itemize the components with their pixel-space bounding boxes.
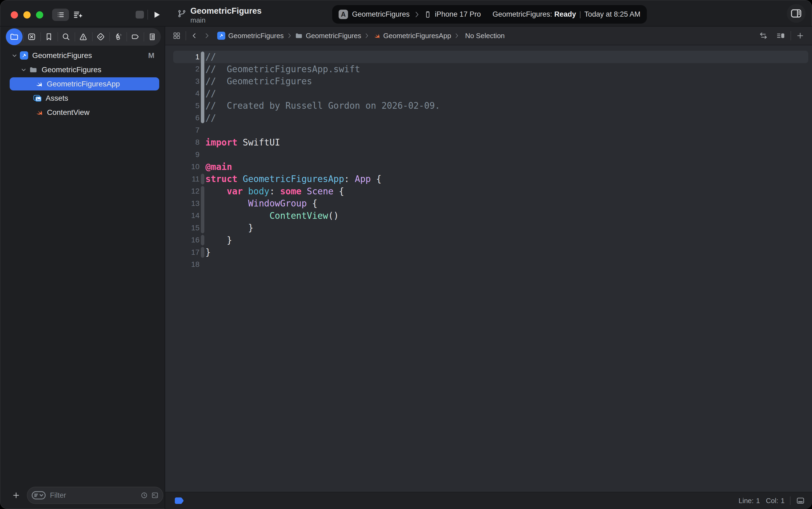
code-text[interactable]: // GeometricFiguresApp.swift — [205, 64, 360, 74]
breadcrumb-file[interactable]: GeometricFiguresApp — [383, 32, 451, 40]
activity-status-pill[interactable]: A GeometricFigures iPhone 17 Pro Geometr… — [332, 5, 647, 24]
toggle-inspector-button[interactable] — [787, 4, 806, 23]
fold-ribbon[interactable] — [200, 75, 205, 88]
line-number[interactable]: 2 — [173, 65, 200, 73]
code-line[interactable]: 10@main — [173, 161, 808, 173]
filter-input[interactable] — [49, 491, 140, 500]
code-editor[interactable]: 1//2// GeometricFiguresApp.swift3// Geom… — [165, 45, 812, 492]
navigator-list-button[interactable] — [52, 9, 69, 21]
code-line[interactable]: 13 WindowGroup { — [173, 197, 808, 210]
line-number[interactable]: 1 — [173, 53, 200, 61]
fold-ribbon[interactable] — [200, 185, 205, 198]
toggle-bottom-panel-icon[interactable] — [796, 496, 805, 505]
code-text[interactable]: @main — [205, 162, 232, 172]
tab-issues-navigator[interactable] — [75, 28, 92, 46]
line-number[interactable]: 7 — [173, 126, 200, 135]
chevron-down-icon[interactable] — [11, 53, 18, 59]
line-number[interactable]: 12 — [173, 187, 200, 196]
fold-ribbon[interactable] — [200, 161, 205, 173]
editor-options-button[interactable] — [776, 31, 786, 40]
add-file-button[interactable] — [12, 491, 21, 500]
code-text[interactable]: ContentView() — [205, 210, 339, 221]
tab-debug-navigator[interactable] — [109, 28, 127, 46]
line-number[interactable]: 10 — [173, 162, 200, 171]
code-text[interactable]: // — [205, 88, 216, 99]
fold-ribbon[interactable] — [200, 100, 205, 112]
code-line[interactable]: 3// GeometricFigures — [173, 75, 808, 88]
tree-row-contentview[interactable]: ContentView — [0, 105, 165, 120]
code-line[interactable]: 4// — [173, 88, 808, 100]
code-line[interactable]: 14 ContentView() — [173, 210, 808, 222]
tab-reports-navigator[interactable] — [144, 28, 161, 46]
code-text[interactable]: } — [205, 235, 232, 245]
fold-ribbon[interactable] — [200, 197, 205, 210]
tab-bookmarks-navigator[interactable] — [40, 28, 58, 46]
code-line[interactable]: 8import SwiftUI — [173, 136, 808, 149]
intelligence-button[interactable] — [71, 9, 86, 21]
code-line[interactable]: 11struct GeometricFiguresApp: App { — [173, 173, 808, 185]
code-text[interactable]: // GeometricFigures — [205, 76, 312, 87]
go-back-button[interactable] — [191, 32, 198, 40]
code-line[interactable]: 18 — [173, 259, 808, 271]
code-text[interactable]: struct GeometricFiguresApp: App { — [205, 174, 381, 184]
breakpoint-tag-blue-icon[interactable] — [174, 497, 184, 505]
breadcrumb-selection[interactable]: No Selection — [465, 32, 505, 40]
code-line[interactable]: 12 var body: some Scene { — [173, 185, 808, 198]
related-items-grid-icon[interactable] — [173, 32, 181, 40]
line-number[interactable]: 18 — [173, 260, 200, 269]
fold-ribbon[interactable] — [200, 173, 205, 185]
code-text[interactable]: // — [205, 52, 216, 62]
fold-ribbon[interactable] — [200, 148, 205, 161]
code-line[interactable]: 1// — [173, 51, 808, 63]
code-text[interactable]: WindowGroup { — [205, 198, 317, 209]
code-text[interactable]: } — [205, 223, 253, 233]
breadcrumb-group[interactable]: GeometricFigures — [306, 32, 362, 40]
code-line[interactable]: 15 } — [173, 222, 808, 234]
line-number[interactable]: 4 — [173, 89, 200, 98]
line-number[interactable]: 17 — [173, 248, 200, 257]
tree-row-assets[interactable]: Assets — [0, 91, 165, 105]
filter-field[interactable] — [27, 487, 163, 504]
code-line[interactable]: 5// Created by Russell Gordon on 2026-02… — [173, 100, 808, 112]
line-number[interactable]: 5 — [173, 101, 200, 110]
code-line[interactable]: 2// GeometricFiguresApp.swift — [173, 63, 808, 75]
tab-changes-navigator[interactable] — [23, 28, 40, 46]
line-number[interactable]: 13 — [173, 199, 200, 208]
line-number[interactable]: 6 — [173, 113, 200, 122]
fold-ribbon[interactable] — [200, 136, 205, 149]
code-text[interactable]: var body: some Scene { — [205, 186, 344, 197]
scheme-selector[interactable]: GeometricFigures — [352, 10, 410, 19]
fold-ribbon[interactable] — [200, 124, 205, 136]
code-review-button[interactable] — [759, 31, 768, 40]
fold-ribbon[interactable] — [200, 210, 205, 222]
go-forward-button[interactable] — [203, 32, 210, 40]
minimize-window-button[interactable] — [23, 11, 31, 19]
tree-row-group[interactable]: GeometricFigures — [0, 63, 165, 77]
tab-breakpoints-navigator[interactable] — [127, 28, 144, 46]
tab-project-navigator[interactable] — [5, 28, 23, 46]
line-number[interactable]: 16 — [173, 236, 200, 244]
close-window-button[interactable] — [11, 11, 18, 19]
recents-clock-icon[interactable] — [140, 491, 148, 499]
chevron-down-icon[interactable] — [21, 67, 27, 73]
filter-menu-icon[interactable] — [31, 490, 46, 501]
add-editor-button[interactable] — [796, 31, 805, 40]
run-destination-selector[interactable]: iPhone 17 Pro — [435, 10, 481, 19]
breadcrumb-project[interactable]: GeometricFigures — [228, 32, 284, 40]
tree-row-swift-file-selected[interactable]: GeometricFiguresApp — [0, 77, 165, 91]
fold-ribbon[interactable] — [200, 63, 205, 75]
fold-ribbon[interactable] — [200, 259, 205, 271]
line-number[interactable]: 15 — [173, 224, 200, 232]
fold-ribbon[interactable] — [200, 51, 205, 63]
tree-row-project[interactable]: GeometricFigures M — [0, 48, 165, 63]
tab-find-navigator[interactable] — [58, 28, 75, 46]
stop-button[interactable] — [136, 11, 144, 19]
code-text[interactable]: // Created by Russell Gordon on 2026-02-… — [205, 100, 440, 111]
zoom-window-button[interactable] — [36, 11, 43, 19]
line-number[interactable]: 3 — [173, 77, 200, 86]
line-number[interactable]: 11 — [173, 175, 200, 183]
line-number[interactable]: 8 — [173, 138, 200, 146]
code-line[interactable]: 6// — [173, 112, 808, 124]
code-line[interactable]: 16 } — [173, 234, 808, 246]
fold-ribbon[interactable] — [200, 222, 205, 234]
